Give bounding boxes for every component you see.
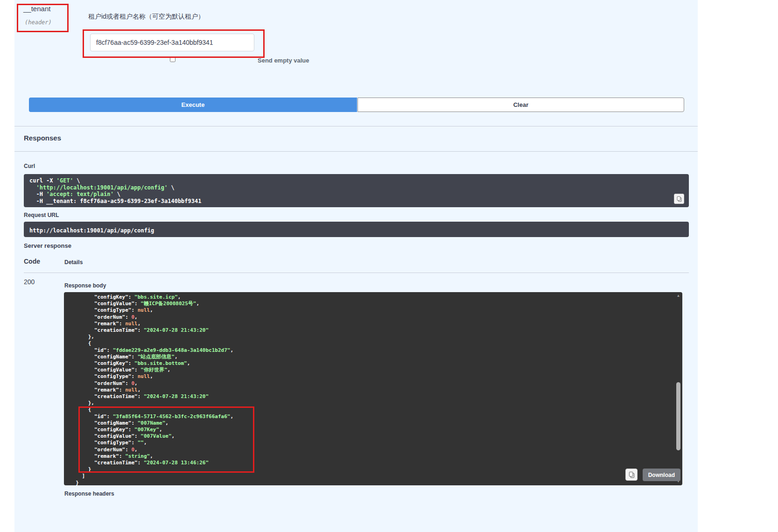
clear-button[interactable]: Clear: [357, 98, 684, 112]
scrollbar-thumb[interactable]: [676, 382, 680, 450]
annotation-highlight-tenant-param: [17, 4, 69, 32]
copy-response-icon[interactable]: [625, 469, 638, 481]
download-button[interactable]: Download: [643, 469, 680, 481]
parameter-description: 租户id或者租户名称（可空为默认租户）: [88, 13, 204, 21]
curl-command-block: curl -X 'GET' \ 'http://localhost:19001/…: [24, 174, 689, 207]
response-headers-label: Response headers: [64, 490, 114, 497]
responses-title: Responses: [24, 134, 61, 142]
copy-curl-icon[interactable]: [674, 194, 684, 204]
annotation-highlight-json-object: [78, 406, 254, 473]
scrollbar-track[interactable]: [676, 298, 681, 479]
code-column-header: Code: [24, 258, 40, 265]
table-header-divider: [24, 273, 689, 273]
status-code: 200: [24, 278, 35, 286]
curl-label: Curl: [24, 163, 35, 169]
details-column-header: Details: [64, 259, 83, 266]
swagger-ui-page: __tenant (header) 租户id或者租户名称（可空为默认租户） Se…: [0, 0, 778, 532]
clipboard-icon: [628, 471, 635, 478]
responses-top-divider: [14, 126, 698, 126]
annotation-highlight-tenant-input: [83, 29, 265, 58]
request-url-block: http://localhost:19001/api/app/config: [24, 222, 689, 237]
server-response-label: Server response: [24, 242, 71, 249]
request-url-value: http://localhost:19001/api/app/config: [29, 227, 154, 234]
scrollbar-up-icon[interactable]: ▲: [677, 294, 680, 298]
clipboard-icon: [676, 196, 682, 202]
response-body-label: Response body: [64, 282, 106, 289]
execute-button[interactable]: Execute: [29, 98, 357, 112]
request-url-label: Request URL: [24, 212, 59, 218]
curl-command: curl -X 'GET' \ 'http://localhost:19001/…: [29, 177, 683, 204]
responses-header-divider: [14, 151, 698, 152]
send-empty-value-label: Send empty value: [258, 57, 309, 64]
response-body-scrollbar[interactable]: ▲ ▼: [675, 294, 681, 484]
